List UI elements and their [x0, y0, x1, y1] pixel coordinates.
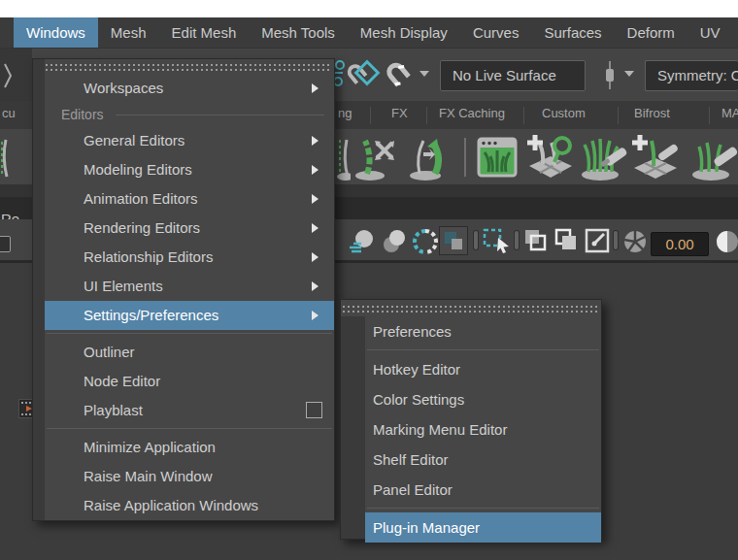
soft-select-icon[interactable]: [348, 228, 377, 255]
shelf-curve-bend-icon[interactable]: [406, 135, 451, 181]
menu-item-color-settings[interactable]: Color Settings: [365, 384, 601, 414]
isolate-view-button[interactable]: [521, 227, 549, 254]
shelf-tab-partial-ng[interactable]: ng: [338, 106, 352, 120]
menu-item-relationship-editors[interactable]: Relationship Editors: [45, 243, 334, 272]
shelf-grass-window-icon[interactable]: [475, 135, 520, 181]
live-surface-field[interactable]: No Live Surface: [440, 60, 586, 91]
tab-divider: [618, 107, 619, 124]
menubar-item-mesh[interactable]: Mesh: [98, 17, 159, 48]
shelf-curve-move-icon[interactable]: [353, 135, 398, 181]
shelf-add-inspect-icon[interactable]: [525, 133, 576, 181]
menu-item-marking-menu-editor[interactable]: Marking Menu Editor: [365, 414, 601, 445]
menu-item-label: Modeling Editors: [84, 161, 192, 178]
panel-expander-icon[interactable]: [2, 61, 14, 90]
menu-tearoff-handle[interactable]: [46, 62, 332, 74]
menu-item-label: Raise Main Window: [84, 468, 213, 484]
shelf-tab-bifrost[interactable]: Bifrost: [634, 106, 670, 120]
menubar-item-surfaces[interactable]: Surfaces: [531, 17, 614, 48]
submenu-arrow-icon: [312, 165, 319, 175]
symmetry-field[interactable]: Symmetry: O: [645, 60, 738, 91]
menu-item-raise-main-window[interactable]: Raise Main Window: [45, 462, 334, 491]
menu-item-plugin-manager[interactable]: Plug-in Manager: [365, 512, 601, 543]
marquee-select-icon[interactable]: [482, 227, 513, 254]
menu-item-general-editors[interactable]: General Editors: [45, 126, 334, 155]
menubar-item-mesh-tools[interactable]: Mesh Tools: [249, 17, 348, 48]
submenu-arrow-icon: [312, 311, 319, 320]
submenu-arrow-icon: [312, 83, 319, 93]
toolbar-separator-handle: [474, 231, 478, 249]
shelf-grass-groom-icon[interactable]: [579, 133, 629, 181]
menubar-item-mesh-display[interactable]: Mesh Display: [348, 17, 460, 48]
menu-item-settings-preferences[interactable]: Settings/Preferences: [45, 301, 334, 330]
menubar-item-deform[interactable]: Deform: [615, 17, 688, 48]
menu-item-raise-application-windows[interactable]: Raise Application Windows: [45, 491, 334, 520]
menu-item-label: Hotkey Editor: [373, 361, 460, 378]
main-menubar: Windows Mesh Edit Mesh Mesh Tools Mesh D…: [0, 17, 738, 49]
shelf-tab-partial-left[interactable]: cu: [2, 106, 16, 120]
menu-item-animation-editors[interactable]: Animation Editors: [45, 184, 334, 214]
menu-item-playblast[interactable]: Playblast: [45, 396, 334, 425]
menu-item-outliner[interactable]: Outliner: [45, 338, 334, 367]
menu-item-label: Relationship Editors: [84, 248, 213, 265]
menu-item-label: Playblast: [84, 402, 143, 418]
magnet-options-caret-icon[interactable]: [419, 71, 429, 77]
menubar-item-edit-mesh[interactable]: Edit Mesh: [159, 17, 250, 48]
menu-section-editors: Editors: [45, 103, 334, 126]
section-divider-line: [116, 115, 324, 115]
menu-item-label: Panel Editor: [373, 481, 453, 498]
menu-item-modeling-editors[interactable]: Modeling Editors: [45, 155, 334, 184]
menu-item-label: General Editors: [84, 132, 184, 148]
submenu-gutter: [341, 316, 365, 539]
menu-item-minimize-application[interactable]: Minimize Application: [45, 433, 334, 462]
menubar-item-uv[interactable]: UV: [688, 17, 733, 48]
shelf-grass-brush-partial-icon[interactable]: [689, 133, 738, 181]
shelf-tab-fx[interactable]: FX: [391, 106, 408, 120]
tab-divider: [426, 107, 427, 124]
menu-item-rendering-editors[interactable]: Rendering Editors: [45, 214, 334, 243]
slider-handle-icon[interactable]: [602, 60, 618, 90]
menu-item-label: Minimize Application: [84, 439, 216, 455]
shelf-partial-icon-curve[interactable]: [336, 136, 351, 181]
menu-item-label: Animation Editors: [84, 190, 198, 207]
shelf-tab-fx-caching[interactable]: FX Caching: [439, 106, 505, 120]
menu-item-shelf-editor[interactable]: Shelf Editor: [365, 445, 601, 475]
menu-item-label: Outliner: [84, 344, 135, 360]
submenu-arrow-icon: [312, 281, 319, 291]
submenu-arrow-icon: [312, 136, 319, 146]
submenu-tearoff-handle[interactable]: [343, 303, 599, 316]
make-live-magnet-icon[interactable]: [346, 59, 381, 90]
menu-item-panel-editor[interactable]: Panel Editor: [365, 475, 601, 505]
isolate-selected-button[interactable]: [553, 227, 580, 254]
exposure-value-field[interactable]: 0.00: [651, 232, 709, 256]
exposure-aperture-icon[interactable]: [621, 228, 649, 255]
submenu-arrow-icon: [312, 194, 319, 204]
menu-item-label: Rendering Editors: [84, 219, 200, 236]
playblast-options-checkbox[interactable]: [306, 402, 322, 418]
menu-item-preferences[interactable]: Preferences: [365, 316, 601, 346]
symmetry-caret-icon[interactable]: [624, 71, 634, 77]
shelf-tab-custom[interactable]: Custom: [542, 106, 586, 120]
menu-item-workspaces[interactable]: Workspaces: [45, 74, 334, 103]
highlight-backfaces-button[interactable]: [439, 226, 468, 255]
menu-item-label: Marking Menu Editor: [373, 421, 507, 438]
gamma-contrast-icon[interactable]: [715, 228, 738, 255]
menu-item-label: Plug-in Manager: [373, 519, 480, 536]
shelf-tab-partial-mash[interactable]: MA: [721, 106, 738, 120]
menu-item-label: Settings/Preferences: [84, 307, 218, 323]
menu-item-ui-elements[interactable]: UI Elements: [45, 272, 334, 301]
shelf-partial-icon-left[interactable]: [0, 136, 10, 181]
shelf-group-divider: [464, 138, 466, 177]
snap-magnet-icon[interactable]: [385, 59, 416, 90]
menu-item-node-editor[interactable]: Node Editor: [45, 367, 334, 396]
shelf-add-groom-grid-icon[interactable]: [630, 133, 681, 181]
laser-pointer-button[interactable]: [584, 227, 611, 254]
menu-item-hotkey-editor[interactable]: Hotkey Editor: [365, 354, 601, 384]
menubar-item-windows[interactable]: Windows: [14, 17, 98, 48]
symmetry-circle-icon[interactable]: [412, 228, 439, 255]
menu-item-label: Color Settings: [373, 391, 464, 408]
windows-menu: Workspaces Editors General Editors Model…: [32, 58, 335, 521]
menubar-item-curves[interactable]: Curves: [460, 17, 532, 48]
left-panel-strip: [0, 49, 32, 101]
maya-application-window: { "app": {"name": "Autodesk Maya", "cont…: [0, 0, 738, 560]
reflection-spheres-icon[interactable]: [381, 228, 410, 255]
